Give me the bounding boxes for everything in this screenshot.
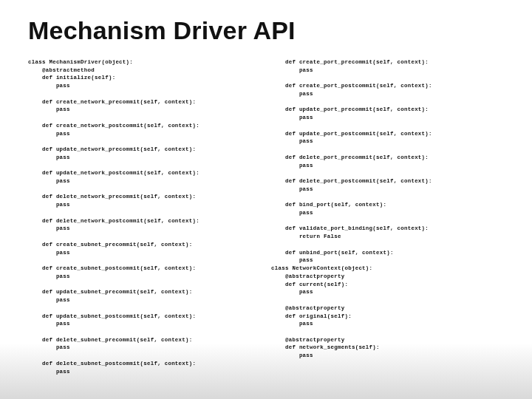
code-block-left: class MechanismDriver(object): @abstract… — [28, 58, 261, 375]
code-column-right: def create_port_precommit(self, context)… — [271, 58, 504, 375]
code-block-right: def create_port_precommit(self, context)… — [271, 58, 504, 360]
code-column-left: class MechanismDriver(object): @abstract… — [28, 58, 261, 375]
slide: Mechanism Driver API class MechanismDriv… — [0, 0, 532, 399]
code-columns: class MechanismDriver(object): @abstract… — [28, 58, 504, 375]
slide-title: Mechanism Driver API — [28, 16, 504, 45]
